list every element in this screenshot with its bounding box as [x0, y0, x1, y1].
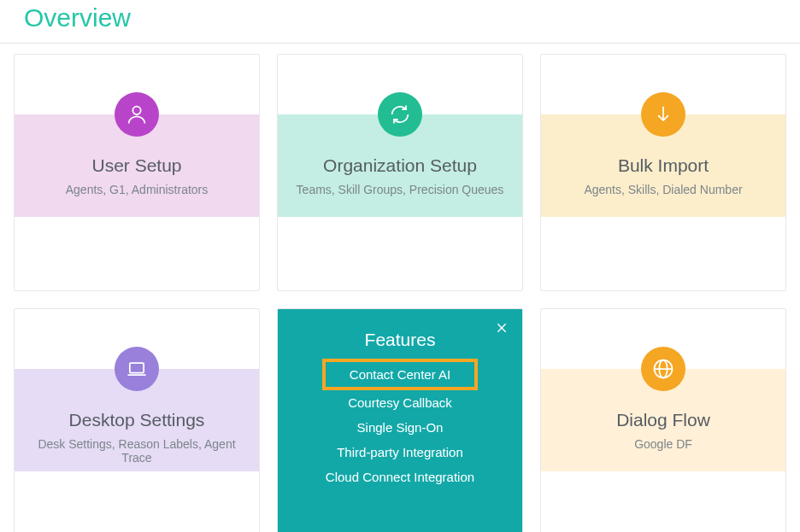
card-user-setup[interactable]: User Setup Agents, G1, Administrators	[14, 54, 260, 291]
svg-point-0	[132, 107, 140, 114]
card-features-expanded[interactable]: Features Contact Center AI Courtesy Call…	[277, 308, 523, 532]
page-title: Overview	[0, 0, 800, 44]
feature-list: Contact Center AI Courtesy Callback Sing…	[278, 362, 522, 486]
card-title: Desktop Settings	[69, 410, 205, 430]
card-subtitle: Desk Settings, Reason Labels, Agent Trac…	[15, 437, 259, 465]
close-icon[interactable]	[495, 321, 509, 335]
download-icon	[641, 92, 685, 137]
laptop-icon	[115, 347, 159, 391]
card-title: Bulk Import	[618, 155, 709, 176]
card-subtitle: Agents, Skills, Dialed Number	[575, 183, 750, 196]
card-content: Organization Setup Teams, Skill Groups, …	[278, 114, 522, 217]
card-content: User Setup Agents, G1, Administrators	[15, 114, 259, 217]
overview-grid: User Setup Agents, G1, Administrators Or…	[0, 44, 800, 532]
card-subtitle: Teams, Skill Groups, Precision Queues	[288, 183, 513, 196]
card-title: Features	[278, 309, 522, 350]
card-org-setup[interactable]: Organization Setup Teams, Skill Groups, …	[277, 54, 523, 291]
globe-icon	[641, 347, 685, 391]
card-subtitle: Agents, G1, Administrators	[57, 183, 217, 196]
user-icon	[115, 92, 159, 137]
card-content: Dialog Flow Google DF	[541, 369, 785, 471]
card-desktop-settings[interactable]: Desktop Settings Desk Settings, Reason L…	[14, 308, 260, 532]
sync-icon	[378, 92, 422, 137]
card-content: Desktop Settings Desk Settings, Reason L…	[15, 369, 259, 471]
card-title: Dialog Flow	[616, 410, 710, 430]
card-content: Bulk Import Agents, Skills, Dialed Numbe…	[541, 114, 785, 217]
feature-single-sign-on[interactable]: Single Sign-On	[352, 418, 449, 436]
card-dialog-flow[interactable]: Dialog Flow Google DF	[540, 308, 786, 532]
svg-rect-2	[130, 363, 144, 373]
card-bulk-import[interactable]: Bulk Import Agents, Skills, Dialed Numbe…	[540, 54, 786, 291]
card-title: Organization Setup	[323, 155, 477, 176]
card-title: User Setup	[91, 155, 181, 176]
feature-courtesy-callback[interactable]: Courtesy Callback	[343, 394, 457, 412]
feature-contact-center-ai[interactable]: Contact Center AI	[326, 362, 474, 387]
feature-third-party-integration[interactable]: Third-party Integration	[332, 443, 468, 461]
card-subtitle: Google DF	[626, 437, 701, 451]
feature-cloud-connect-integration[interactable]: Cloud Connect Integration	[321, 468, 479, 486]
